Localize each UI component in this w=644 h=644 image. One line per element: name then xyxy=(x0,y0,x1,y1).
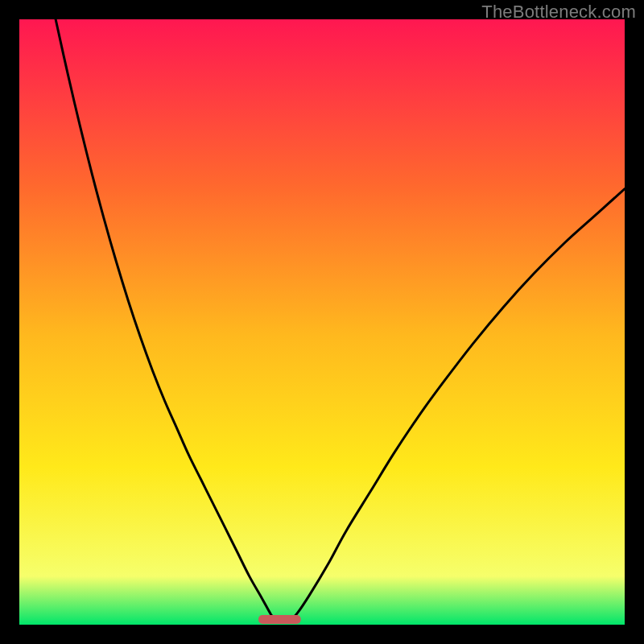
gradient-background xyxy=(19,19,625,625)
plot-svg xyxy=(19,19,625,625)
chart-stage: TheBottleneck.com xyxy=(0,0,644,644)
plot-area xyxy=(19,19,625,625)
minimum-marker xyxy=(258,615,301,624)
watermark-text: TheBottleneck.com xyxy=(481,2,636,23)
